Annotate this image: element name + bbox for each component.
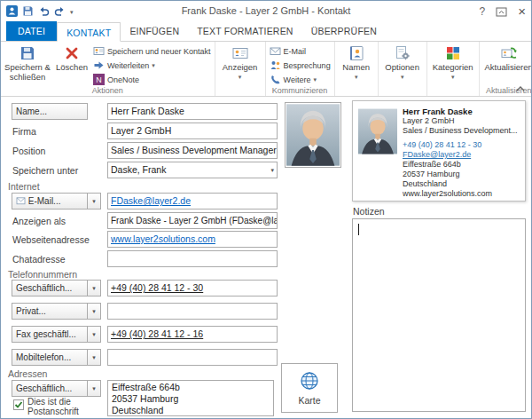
- mailing-address-checkbox[interactable]: [13, 399, 24, 410]
- save-new-contact-icon: [93, 45, 105, 57]
- group-anzeigen: Anzeigen ▾: [215, 42, 266, 96]
- name-field[interactable]: Herr Frank Daske: [107, 103, 278, 120]
- card-company: Layer 2 GmbH: [403, 116, 521, 126]
- display-as-field[interactable]: Frank Daske - Layer 2 GmbH (FDaske@layer…: [107, 212, 278, 229]
- collapse-ribbon-icon[interactable]: [516, 84, 525, 92]
- tab-kontakt[interactable]: KONTAKT: [57, 22, 121, 42]
- phone-fax-button[interactable]: Fax geschäftl...: [12, 326, 88, 343]
- address-business-dropdown[interactable]: ▾: [88, 380, 101, 397]
- actions-stack: Speichern und neuer Kontakt Weiterleiten…: [91, 43, 213, 86]
- company-field[interactable]: Layer 2 GmbH: [107, 123, 278, 139]
- group-label-aktionen: Aktionen: [1, 86, 215, 95]
- window-title: Frank Daske - Layer 2 GmbH - Kontakt: [81, 5, 451, 16]
- chevron-down-icon: ▾: [152, 62, 155, 69]
- email-button[interactable]: E-Mail...: [12, 193, 88, 210]
- weitere-button[interactable]: Weitere ▾: [268, 73, 332, 86]
- business-card-icon: [231, 44, 249, 62]
- redo-icon[interactable]: [54, 5, 66, 17]
- undo-icon[interactable]: [38, 5, 50, 17]
- text-cursor: [358, 224, 359, 235]
- address-business-button[interactable]: Geschäftlich...: [12, 380, 88, 397]
- phone-home-dropdown[interactable]: ▾: [88, 303, 101, 320]
- chevron-down-icon[interactable]: ▾: [270, 162, 274, 178]
- onenote-button[interactable]: N OneNote: [91, 73, 213, 86]
- addresses-section-label: Adressen: [8, 367, 47, 381]
- file-as-label: Speichern unter: [12, 163, 78, 178]
- tab-text-formatieren[interactable]: TEXT FORMATIEREN: [188, 21, 301, 41]
- chevron-down-icon: ▾: [451, 74, 455, 80]
- chevron-down-icon: ▾: [401, 74, 404, 80]
- save-new-contact-button[interactable]: Speichern und neuer Kontakt: [91, 44, 213, 58]
- meeting-people-icon: [270, 59, 281, 71]
- phone-business-field[interactable]: +49 (40) 28 41 12 - 30: [107, 280, 278, 296]
- window-controls: ? ×: [480, 1, 526, 22]
- ribbon: Speichern & schließen Löschen Speichern …: [1, 42, 531, 97]
- card-web: www.layer2solutions.com: [403, 189, 521, 199]
- phone-business-button[interactable]: Geschäftlich...: [12, 280, 88, 296]
- close-button[interactable]: ×: [518, 5, 526, 18]
- phone-mobile-field[interactable]: [107, 349, 278, 366]
- besprechung-button[interactable]: Besprechung: [268, 59, 332, 72]
- aktualisieren-button[interactable]: Aktualisieren: [481, 43, 531, 73]
- delete-icon: [63, 44, 81, 62]
- phone-home-button[interactable]: Privat...: [12, 303, 88, 320]
- webpage-label: Webseitenadresse: [12, 233, 90, 247]
- internet-section-label: Internet: [8, 179, 40, 194]
- globe-icon: [300, 371, 319, 391]
- forward-icon: [93, 59, 105, 71]
- group-kategorien: Kategorien ▾: [427, 42, 480, 96]
- company-label: Firma: [12, 124, 36, 138]
- phone-mobile-dropdown[interactable]: ▾: [88, 349, 101, 366]
- email-icon: [270, 45, 281, 57]
- save-close-icon: [19, 44, 36, 62]
- update-icon: [500, 44, 518, 62]
- namen-button[interactable]: Namen ▾: [337, 43, 376, 80]
- contact-photo[interactable]: [285, 102, 341, 168]
- ribbon-display-options-icon[interactable]: [496, 7, 507, 17]
- anzeigen-button[interactable]: Anzeigen ▾: [217, 43, 263, 80]
- card-country: Deutschland: [403, 179, 521, 189]
- name-button[interactable]: Name...: [12, 103, 88, 120]
- group-kommunizieren: E-Mail Besprechung Weitere ▾ Kommunizier…: [266, 42, 335, 96]
- position-field[interactable]: Sales / Business Development Manager: [107, 142, 278, 159]
- qat-customize-icon[interactable]: ▾: [70, 7, 74, 16]
- save-close-button[interactable]: Speichern & schließen: [3, 43, 52, 82]
- tab-einfuegen[interactable]: EINFÜGEN: [121, 21, 188, 41]
- group-optionen: Optionen ▾: [379, 42, 427, 96]
- optionen-button[interactable]: Optionen ▾: [380, 43, 425, 80]
- delete-button[interactable]: Löschen: [52, 43, 91, 73]
- forward-button[interactable]: Weiterleiten ▾: [91, 59, 213, 72]
- group-label-kommunizieren: Kommunizieren: [266, 86, 334, 95]
- webpage-field[interactable]: www.layer2solutions.com: [107, 231, 278, 248]
- email-button[interactable]: E-Mail: [268, 44, 332, 58]
- kategorien-button[interactable]: Kategorien ▾: [429, 43, 477, 80]
- address-textarea[interactable]: Eiffestraße 664b 20537 Hamburg Deutschla…: [107, 380, 274, 416]
- card-city: 20537 Hamburg: [403, 170, 521, 179]
- email-dropdown[interactable]: ▾: [88, 193, 101, 210]
- contact-app-icon: [6, 5, 18, 17]
- tab-ueberpruefen[interactable]: ÜBERPRÜFEN: [302, 21, 386, 41]
- im-address-field[interactable]: [107, 250, 278, 267]
- help-button[interactable]: ?: [480, 5, 486, 18]
- email-field[interactable]: FDaske@layer2.de: [107, 193, 278, 210]
- phone-icon: [270, 74, 281, 85]
- phone-home-field[interactable]: [107, 303, 278, 320]
- communicate-stack: E-Mail Besprechung Weitere ▾: [268, 43, 332, 86]
- phone-mobile-button[interactable]: Mobiltelefon...: [12, 349, 88, 366]
- card-email: FDaske@layer2.de: [403, 150, 521, 160]
- phone-business-dropdown[interactable]: ▾: [88, 280, 101, 296]
- categories-icon: [444, 44, 462, 62]
- phone-fax-field[interactable]: +49 (40) 28 41 12 - 16: [107, 326, 278, 343]
- file-as-combobox[interactable]: Daske, Frank ▾: [107, 162, 278, 178]
- business-card-text: Herr Frank Daske Layer 2 GmbH Sales / Bu…: [403, 107, 521, 199]
- group-namen: Namen ▾: [335, 42, 379, 96]
- save-icon[interactable]: [22, 5, 34, 17]
- phone-fax-dropdown[interactable]: ▾: [88, 326, 101, 343]
- notes-textarea[interactable]: [352, 218, 526, 412]
- im-address-label: Chatadresse: [12, 252, 66, 266]
- mailing-address-checkbox-label: Dies ist die Postanschrift: [27, 397, 86, 416]
- map-button[interactable]: Karte: [281, 363, 338, 413]
- notes-label: Notizen: [353, 204, 385, 218]
- tab-datei[interactable]: DATEI: [6, 21, 57, 41]
- card-title: Sales / Business Development...: [403, 126, 521, 136]
